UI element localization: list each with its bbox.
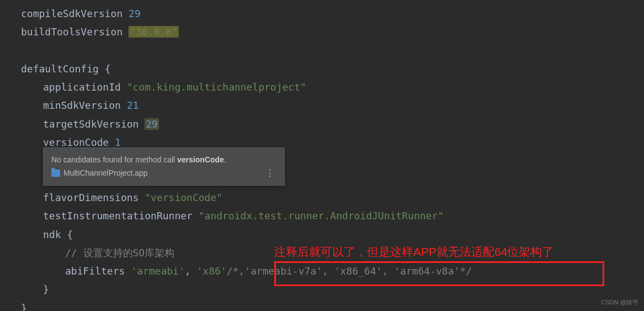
error-tooltip: No candidates found for method call vers… — [43, 147, 285, 186]
folder-icon — [51, 170, 60, 177]
more-actions-icon[interactable]: ⋮ — [263, 169, 276, 178]
annotation-box — [274, 261, 604, 286]
code-line-defaultconfig-close[interactable]: } — [0, 299, 644, 311]
ndk-close-brace: } — [43, 283, 49, 295]
ndk-open-brace: { — [67, 229, 73, 240]
tooltip-method: versionCode — [177, 155, 224, 164]
code-line-blank — [0, 41, 644, 60]
so-comment: // 设置支持的SO库架构 — [65, 247, 174, 259]
code-line-testrunner[interactable]: testInstrumentationRunner "androidx.test… — [0, 207, 644, 225]
targetsdk-key: targetSdkVersion — [43, 118, 145, 130]
code-line-appid[interactable]: applicationId "com.king.multichannelproj… — [0, 78, 644, 96]
tooltip-message: No candidates found for method call vers… — [51, 154, 276, 166]
abifilters-key: abiFilters — [65, 265, 131, 277]
abi-comma1: , — [185, 265, 197, 277]
open-brace: { — [105, 63, 111, 75]
tooltip-suffix: . — [224, 155, 226, 164]
abi-comment-start: /*, — [227, 265, 245, 277]
code-line-defaultconfig[interactable]: defaultConfig { — [0, 60, 644, 78]
defaultconfig-close-brace: } — [21, 302, 27, 311]
buildtools-key: buildToolsVersion — [21, 26, 129, 38]
tooltip-row2: MultiChannelProject.app ⋮ — [51, 167, 276, 179]
flavordim-key: flavorDimensions — [43, 192, 145, 203]
compile-sdk-value: 29 — [129, 8, 141, 19]
appid-key: applicationId — [43, 81, 127, 93]
tooltip-project-name: MultiChannelProject.app — [63, 167, 148, 179]
buildtools-value: "30.0.0" — [129, 26, 179, 38]
minsdk-value: 21 — [127, 99, 139, 111]
code-line-targetsdk[interactable]: targetSdkVersion 29 — [0, 115, 644, 133]
testrunner-value: "androidx.test.runner.AndroidJUnitRunner… — [199, 210, 444, 222]
code-line-compilesdk[interactable]: compileSdkVersion 29 — [0, 4, 644, 23]
testrunner-key: testInstrumentationRunner — [43, 210, 199, 222]
versioncode-key: versionCode — [43, 136, 115, 148]
ndk-key: ndk — [43, 229, 67, 240]
annotation-text: 注释后就可以了，但是这样APP就无法适配64位架构了 — [274, 241, 553, 263]
abi-x86: 'x86' — [196, 265, 226, 277]
targetsdk-value: 29 — [145, 118, 159, 130]
appid-value: "com.king.multichannelproject" — [127, 81, 306, 93]
watermark: CSDN @路宇 — [602, 297, 638, 308]
versioncode-value: 1 — [115, 136, 121, 148]
code-line-minsdk[interactable]: minSdkVersion 21 — [0, 96, 644, 114]
tooltip-project-container[interactable]: MultiChannelProject.app — [51, 167, 148, 179]
tooltip-prefix: No candidates found for method call — [51, 155, 177, 164]
flavordim-value: "versionCode" — [145, 192, 222, 203]
compile-sdk-key: compileSdkVersion — [21, 8, 129, 19]
code-line-buildtools[interactable]: buildToolsVersion "30.0.0" — [0, 23, 644, 41]
defaultconfig-key: defaultConfig — [21, 63, 105, 75]
abi-armeabi: 'armeabi' — [131, 265, 185, 277]
minsdk-key: minSdkVersion — [43, 99, 127, 111]
code-line-ndk[interactable]: ndk { — [0, 225, 644, 244]
code-line-flavordim[interactable]: flavorDimensions "versionCode" — [0, 188, 644, 207]
